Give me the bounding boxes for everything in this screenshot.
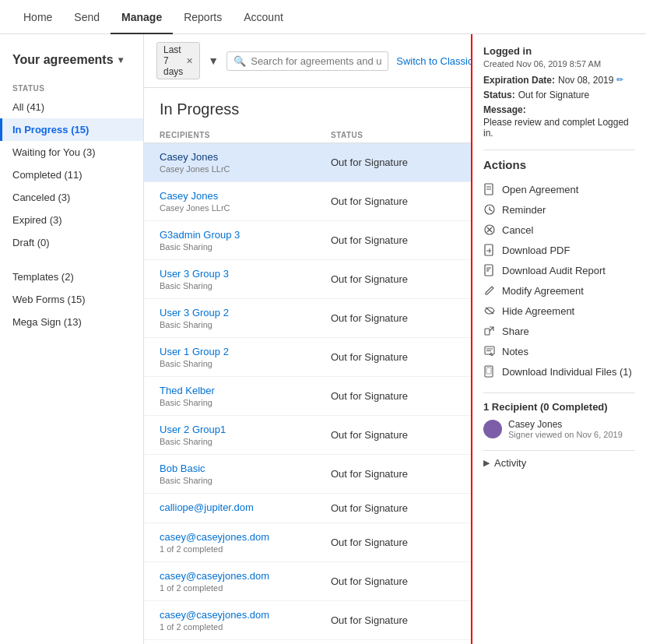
- sidebar-item-canceled[interactable]: Canceled (3): [0, 186, 143, 209]
- actions-title: Actions: [483, 158, 635, 171]
- hide-agreement-label: Hide Agreement: [502, 305, 574, 317]
- table-row[interactable]: User 3 Group 3 Basic Sharing Out for Sig…: [144, 260, 471, 299]
- status-text: Out for Signature: [331, 537, 455, 548]
- table-header: RECIPIENTS STATUS: [144, 128, 471, 143]
- recipient-sub: Casey Jones LLrC: [160, 203, 331, 213]
- recipient-sub: Basic Sharing: [160, 398, 331, 407]
- sidebar-item-completed[interactable]: Completed (11): [0, 164, 143, 186]
- panel-logged-in: Logged in Created Nov 06, 2019 8:57 AM E…: [483, 45, 635, 139]
- cancel-icon: [483, 223, 496, 236]
- recipient-sub: 1 of 2 completed: [160, 583, 331, 593]
- action-reminder[interactable]: Reminder: [483, 199, 635, 220]
- your-agreements-header[interactable]: Your agreements ▾: [0, 47, 143, 76]
- sidebar-item-expired[interactable]: Expired (3): [0, 209, 143, 231]
- agreement-list-section: Last 7 days ✕ ▼ 🔍 Switch to Classic Expe…: [144, 34, 471, 644]
- recipient-name: Casey Jones: [160, 190, 331, 202]
- table-row[interactable]: casey@caseyjones.dom 1 of 2 completed Ou…: [144, 562, 471, 601]
- table-row[interactable]: Thed Kelber Basic Sharing Out for Signat…: [144, 377, 471, 416]
- notes-label: Notes: [502, 346, 528, 357]
- recipient-sub: 1 of 2 completed: [160, 544, 331, 554]
- action-download-audit[interactable]: Download Audit Report: [483, 260, 635, 280]
- status-text: Out for Signature: [331, 157, 455, 168]
- table-row[interactable]: Casey Jones Casey Jones LLrC Out for Sig…: [144, 143, 471, 182]
- status-text: Out for Signature: [331, 468, 455, 480]
- action-download-files[interactable]: Download Individual Files (1): [483, 361, 635, 382]
- table-row[interactable]: User 1 Group 2 Basic Sharing Out for Sig…: [144, 338, 471, 377]
- recipients-count-label: 1 Recipient (0 Completed): [483, 401, 635, 413]
- search-input[interactable]: [251, 55, 381, 67]
- your-agreements-title: Your agreements: [12, 53, 114, 67]
- table-row[interactable]: User 3 Group 2 Basic Sharing Out for Sig…: [144, 299, 471, 338]
- logged-in-label: Logged in: [483, 45, 635, 57]
- recipient-name: G3admin Group 3: [160, 229, 331, 241]
- recipient-name: Casey Jones: [160, 151, 331, 163]
- recipients-section: 1 Recipient (0 Completed) Casey Jones Si…: [483, 401, 635, 439]
- switch-to-classic-link[interactable]: Switch to Classic Experience: [396, 55, 471, 67]
- status-text: Out for Signature: [331, 575, 455, 587]
- status-text: Out for Signature: [331, 273, 455, 285]
- recipient-sub: Basic Sharing: [160, 359, 331, 368]
- svg-line-5: [490, 209, 492, 211]
- recipient-item: Casey Jones Signer viewed on Nov 6, 2019: [483, 419, 635, 439]
- message-field: Message: Please review and complet Logge…: [483, 104, 635, 139]
- status-text: Out for Signature: [331, 390, 455, 402]
- notes-icon: [483, 345, 496, 357]
- action-modify[interactable]: Modify Agreement: [483, 280, 635, 301]
- action-notes[interactable]: Notes: [483, 341, 635, 361]
- recipient-name: casey@caseyjones.dom: [160, 531, 331, 543]
- clock-icon: [483, 203, 496, 216]
- nav-item-reports[interactable]: Reports: [173, 0, 233, 34]
- recipient-sub: Basic Sharing: [160, 437, 331, 446]
- recipient-sub: Basic Sharing: [160, 281, 331, 290]
- doc-icon: [483, 183, 496, 195]
- table-row[interactable]: casey@caseyjones.dom 1 of 2 completed Ou…: [144, 601, 471, 640]
- download-files-label: Download Individual Files (1): [502, 366, 632, 378]
- action-hide[interactable]: Hide Agreement: [483, 301, 635, 321]
- action-open-agreement[interactable]: Open Agreement: [483, 179, 635, 199]
- sidebar-item-waiting[interactable]: Waiting for You (3): [0, 141, 143, 164]
- modify-icon: [483, 284, 496, 297]
- search-box[interactable]: 🔍: [226, 51, 388, 71]
- actions-section: Actions Open Agreement Reminder: [483, 158, 635, 382]
- open-agreement-label: Open Agreement: [502, 184, 578, 195]
- sidebar-item-mega-sign[interactable]: Mega Sign (13): [0, 311, 143, 333]
- recipient-name: Casey Jones: [508, 419, 623, 430]
- table-row[interactable]: User 2 Group1 Basic Sharing Out for Sign…: [144, 416, 471, 455]
- nav-item-account[interactable]: Account: [233, 0, 294, 34]
- filter-tag[interactable]: Last 7 days ✕: [156, 42, 200, 79]
- sidebar-item-web-forms[interactable]: Web Forms (15): [0, 288, 143, 311]
- action-download-pdf[interactable]: Download PDF: [483, 240, 635, 260]
- status-text: Out for Signature: [331, 234, 455, 246]
- nav-item-send[interactable]: Send: [63, 0, 111, 34]
- message-label: Message:: [483, 104, 526, 115]
- right-panel: Logged in Created Nov 06, 2019 8:57 AM E…: [471, 34, 646, 644]
- sidebar-item-all[interactable]: All (41): [0, 96, 143, 118]
- recipient-sub: Basic Sharing: [160, 242, 331, 252]
- recipient-name: calliope@jupiter.dom: [160, 501, 331, 513]
- sidebar-item-in-progress[interactable]: In Progress (15): [0, 118, 143, 141]
- edit-icon[interactable]: ✏: [616, 75, 623, 85]
- filter-icon[interactable]: ▼: [208, 55, 219, 67]
- filter-tag-close-icon[interactable]: ✕: [186, 56, 193, 66]
- table-row[interactable]: Bob Basic Basic Sharing Out for Signatur…: [144, 455, 471, 494]
- in-progress-title: In Progress: [144, 88, 471, 128]
- search-icon: 🔍: [233, 55, 246, 67]
- activity-chevron-icon: ▶: [483, 458, 490, 468]
- action-share[interactable]: Share: [483, 321, 635, 341]
- activity-row[interactable]: ▶ Activity: [483, 450, 635, 475]
- table-row[interactable]: calliope@jupiter.dom Out for Signature: [144, 494, 471, 523]
- table-row[interactable]: casey@caseyjones.dom 1 of 2 completed Ou…: [144, 523, 471, 562]
- action-cancel[interactable]: Cancel: [483, 220, 635, 240]
- list-toolbar: Last 7 days ✕ ▼ 🔍 Switch to Classic Expe…: [144, 34, 471, 88]
- table-row[interactable]: Casey Jones Casey Jones LLrC Out for Sig…: [144, 182, 471, 221]
- status-column-header: STATUS: [331, 131, 455, 139]
- created-date: Created Nov 06, 2019 8:57 AM: [483, 59, 635, 69]
- recipient-sub: Basic Sharing: [160, 320, 331, 329]
- sidebar: Your agreements ▾ STATUS All (41) In Pro…: [0, 34, 144, 644]
- sidebar-item-templates[interactable]: Templates (2): [0, 266, 143, 288]
- status-text: Out for Signature: [331, 351, 455, 363]
- nav-item-manage[interactable]: Manage: [111, 0, 173, 34]
- nav-item-home[interactable]: Home: [12, 0, 63, 34]
- table-row[interactable]: G3admin Group 3 Basic Sharing Out for Si…: [144, 221, 471, 260]
- sidebar-item-draft[interactable]: Draft (0): [0, 231, 143, 254]
